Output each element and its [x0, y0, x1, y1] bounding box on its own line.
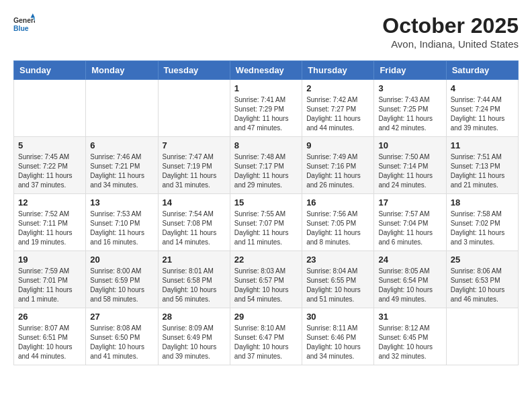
calendar-cell: 2Sunrise: 7:42 AM Sunset: 7:27 PM Daylig… — [302, 80, 374, 137]
day-info: Sunrise: 8:00 AM Sunset: 6:59 PM Dayligh… — [90, 267, 153, 304]
calendar-cell: 19Sunrise: 7:59 AM Sunset: 7:01 PM Dayli… — [14, 251, 86, 308]
calendar-cell: 16Sunrise: 7:56 AM Sunset: 7:05 PM Dayli… — [302, 194, 374, 251]
day-info: Sunrise: 8:11 AM Sunset: 6:46 PM Dayligh… — [306, 324, 369, 361]
svg-text:Blue: Blue — [13, 25, 29, 32]
location: Avon, Indiana, United States — [382, 38, 519, 50]
day-number: 25 — [451, 255, 514, 265]
calendar-cell: 21Sunrise: 8:01 AM Sunset: 6:58 PM Dayli… — [158, 251, 230, 308]
logo: General Blue — [13, 13, 35, 35]
day-info: Sunrise: 8:09 AM Sunset: 6:49 PM Dayligh… — [163, 324, 226, 361]
day-number: 2 — [306, 83, 369, 93]
calendar-cell: 1Sunrise: 7:41 AM Sunset: 7:29 PM Daylig… — [230, 80, 302, 137]
day-number: 4 — [451, 83, 514, 93]
calendar-cell: 20Sunrise: 8:00 AM Sunset: 6:59 PM Dayli… — [86, 251, 158, 308]
calendar-cell: 28Sunrise: 8:09 AM Sunset: 6:49 PM Dayli… — [158, 308, 230, 365]
day-number: 24 — [378, 255, 441, 265]
calendar-cell: 26Sunrise: 8:07 AM Sunset: 6:51 PM Dayli… — [14, 308, 86, 365]
day-number: 31 — [378, 312, 441, 322]
month-title: October 2025 — [382, 13, 519, 38]
calendar-week-row: 26Sunrise: 8:07 AM Sunset: 6:51 PM Dayli… — [14, 308, 519, 365]
weekday-header: Wednesday — [230, 61, 302, 80]
day-number: 16 — [306, 197, 369, 208]
day-info: Sunrise: 7:57 AM Sunset: 7:04 PM Dayligh… — [378, 210, 441, 247]
calendar-cell: 7Sunrise: 7:47 AM Sunset: 7:19 PM Daylig… — [158, 137, 230, 194]
day-info: Sunrise: 7:47 AM Sunset: 7:19 PM Dayligh… — [163, 152, 226, 190]
weekday-header: Saturday — [446, 61, 518, 80]
day-info: Sunrise: 8:06 AM Sunset: 6:53 PM Dayligh… — [451, 267, 514, 304]
calendar-cell: 12Sunrise: 7:52 AM Sunset: 7:11 PM Dayli… — [14, 194, 86, 251]
svg-marker-2 — [31, 13, 35, 17]
day-info: Sunrise: 7:45 AM Sunset: 7:22 PM Dayligh… — [18, 152, 81, 190]
svg-text:General: General — [13, 17, 35, 24]
day-info: Sunrise: 8:03 AM Sunset: 6:57 PM Dayligh… — [234, 267, 298, 304]
calendar-table: SundayMondayTuesdayWednesdayThursdayFrid… — [13, 60, 519, 365]
calendar-cell: 4Sunrise: 7:44 AM Sunset: 7:24 PM Daylig… — [446, 80, 518, 137]
day-info: Sunrise: 7:58 AM Sunset: 7:02 PM Dayligh… — [451, 210, 514, 247]
calendar-cell: 31Sunrise: 8:12 AM Sunset: 6:45 PM Dayli… — [374, 308, 446, 365]
day-number: 15 — [234, 197, 298, 208]
calendar-cell: 24Sunrise: 8:05 AM Sunset: 6:54 PM Dayli… — [374, 251, 446, 308]
weekday-header: Monday — [86, 61, 158, 80]
day-number: 10 — [378, 140, 441, 150]
calendar-cell: 14Sunrise: 7:54 AM Sunset: 7:08 PM Dayli… — [158, 194, 230, 251]
day-info: Sunrise: 8:08 AM Sunset: 6:50 PM Dayligh… — [90, 324, 153, 361]
calendar-cell — [86, 80, 158, 137]
weekday-header: Sunday — [14, 61, 86, 80]
day-info: Sunrise: 8:04 AM Sunset: 6:55 PM Dayligh… — [306, 267, 369, 304]
day-info: Sunrise: 7:54 AM Sunset: 7:08 PM Dayligh… — [163, 210, 226, 247]
title-block: October 2025 Avon, Indiana, United State… — [382, 13, 519, 50]
day-info: Sunrise: 8:10 AM Sunset: 6:47 PM Dayligh… — [234, 324, 298, 361]
day-number: 8 — [234, 140, 298, 150]
day-number: 6 — [90, 140, 153, 150]
calendar-week-row: 19Sunrise: 7:59 AM Sunset: 7:01 PM Dayli… — [14, 251, 519, 308]
calendar-cell: 30Sunrise: 8:11 AM Sunset: 6:46 PM Dayli… — [302, 308, 374, 365]
page-header: General Blue October 2025 Avon, Indiana,… — [13, 13, 519, 50]
day-number: 13 — [90, 197, 153, 208]
day-number: 26 — [18, 312, 81, 322]
day-number: 27 — [90, 312, 153, 322]
calendar-cell: 8Sunrise: 7:48 AM Sunset: 7:17 PM Daylig… — [230, 137, 302, 194]
weekday-header: Tuesday — [158, 61, 230, 80]
day-info: Sunrise: 7:48 AM Sunset: 7:17 PM Dayligh… — [234, 152, 298, 190]
day-info: Sunrise: 7:59 AM Sunset: 7:01 PM Dayligh… — [18, 267, 81, 304]
day-number: 5 — [18, 140, 81, 150]
calendar-cell: 3Sunrise: 7:43 AM Sunset: 7:25 PM Daylig… — [374, 80, 446, 137]
calendar-cell: 29Sunrise: 8:10 AM Sunset: 6:47 PM Dayli… — [230, 308, 302, 365]
calendar-cell: 25Sunrise: 8:06 AM Sunset: 6:53 PM Dayli… — [446, 251, 518, 308]
weekday-header: Thursday — [302, 61, 374, 80]
day-info: Sunrise: 8:12 AM Sunset: 6:45 PM Dayligh… — [378, 324, 441, 361]
day-number: 3 — [378, 83, 441, 93]
calendar-cell: 5Sunrise: 7:45 AM Sunset: 7:22 PM Daylig… — [14, 137, 86, 194]
calendar-cell — [158, 80, 230, 137]
day-info: Sunrise: 8:05 AM Sunset: 6:54 PM Dayligh… — [378, 267, 441, 304]
day-info: Sunrise: 8:07 AM Sunset: 6:51 PM Dayligh… — [18, 324, 81, 361]
day-number: 30 — [306, 312, 369, 322]
day-info: Sunrise: 7:56 AM Sunset: 7:05 PM Dayligh… — [306, 210, 369, 247]
calendar-cell: 15Sunrise: 7:55 AM Sunset: 7:07 PM Dayli… — [230, 194, 302, 251]
weekday-header-row: SundayMondayTuesdayWednesdayThursdayFrid… — [14, 61, 519, 80]
calendar-cell: 23Sunrise: 8:04 AM Sunset: 6:55 PM Dayli… — [302, 251, 374, 308]
day-info: Sunrise: 7:50 AM Sunset: 7:14 PM Dayligh… — [378, 152, 441, 190]
calendar-cell: 6Sunrise: 7:46 AM Sunset: 7:21 PM Daylig… — [86, 137, 158, 194]
calendar-cell: 22Sunrise: 8:03 AM Sunset: 6:57 PM Dayli… — [230, 251, 302, 308]
day-number: 21 — [163, 255, 226, 265]
day-number: 29 — [234, 312, 298, 322]
day-number: 20 — [90, 255, 153, 265]
calendar-cell — [14, 80, 86, 137]
day-number: 17 — [378, 197, 441, 208]
day-number: 7 — [163, 140, 226, 150]
calendar-cell — [446, 308, 518, 365]
day-info: Sunrise: 7:41 AM Sunset: 7:29 PM Dayligh… — [234, 95, 298, 133]
calendar-week-row: 12Sunrise: 7:52 AM Sunset: 7:11 PM Dayli… — [14, 194, 519, 251]
day-info: Sunrise: 7:51 AM Sunset: 7:13 PM Dayligh… — [451, 152, 514, 190]
logo-icon: General Blue — [13, 13, 35, 35]
day-info: Sunrise: 7:44 AM Sunset: 7:24 PM Dayligh… — [451, 95, 514, 133]
day-number: 1 — [234, 83, 298, 93]
calendar-cell: 18Sunrise: 7:58 AM Sunset: 7:02 PM Dayli… — [446, 194, 518, 251]
day-info: Sunrise: 7:55 AM Sunset: 7:07 PM Dayligh… — [234, 210, 298, 247]
day-info: Sunrise: 7:52 AM Sunset: 7:11 PM Dayligh… — [18, 210, 81, 247]
day-number: 14 — [163, 197, 226, 208]
day-number: 23 — [306, 255, 369, 265]
day-info: Sunrise: 7:53 AM Sunset: 7:10 PM Dayligh… — [90, 210, 153, 247]
day-info: Sunrise: 7:46 AM Sunset: 7:21 PM Dayligh… — [90, 152, 153, 190]
